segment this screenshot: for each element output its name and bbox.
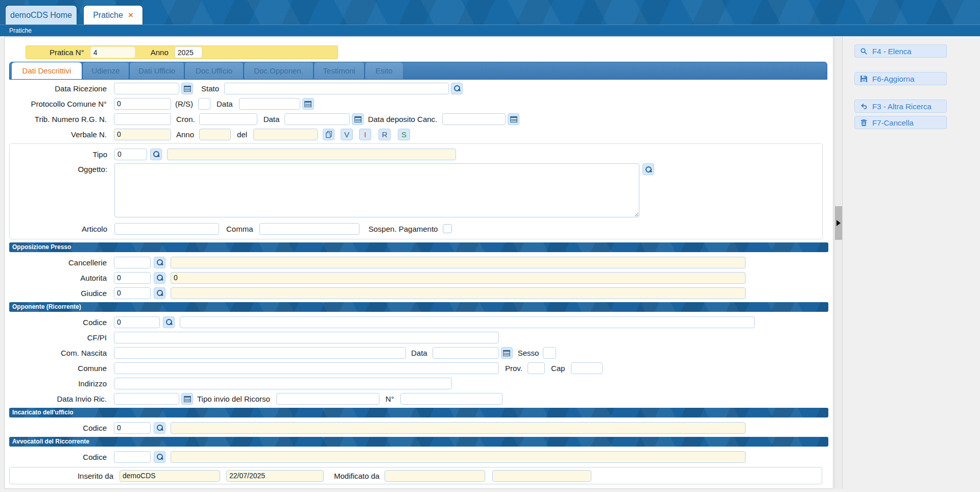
window-tab-home-label: demoCDS Home: [10, 11, 72, 20]
anno-input[interactable]: [175, 46, 202, 58]
tab-dati-descrittivi[interactable]: Dati Descrittivi: [12, 62, 82, 79]
calendar-icon: [184, 85, 191, 92]
cancellerie-search-button[interactable]: [154, 257, 165, 268]
protocollo-data-calendar-button[interactable]: [302, 98, 314, 110]
verbale-s-button[interactable]: S: [398, 129, 410, 140]
trib-data-input[interactable]: [284, 113, 350, 125]
cron-input[interactable]: [199, 113, 257, 125]
tab-udienze[interactable]: Udienze: [82, 62, 129, 79]
oggetto-textarea[interactable]: [114, 163, 639, 217]
comune-input[interactable]: [114, 362, 499, 374]
window-tab-bar: demoCDS Home Pratiche ×: [0, 0, 980, 24]
opponente-search-button[interactable]: [163, 316, 175, 328]
trib-input[interactable]: [114, 113, 171, 125]
stato-input[interactable]: [224, 83, 449, 94]
tab-dati-ufficio[interactable]: Dati Ufficio: [129, 62, 184, 79]
tipo-search-button[interactable]: [150, 149, 162, 160]
f7-cancella-button[interactable]: F7-Cancella: [854, 116, 947, 129]
f3-altra-ricerca-label: F3 - Altra Ricerca: [872, 102, 931, 111]
cfpi-input[interactable]: [114, 332, 499, 343]
incaricato-desc-input[interactable]: [171, 422, 746, 434]
cap-input[interactable]: [571, 362, 603, 374]
panel-splitter[interactable]: [834, 37, 843, 489]
f3-altra-ricerca-button[interactable]: F3 - Altra Ricerca: [854, 100, 947, 113]
verbale-v-button[interactable]: V: [341, 129, 353, 140]
trib-data-calendar-button[interactable]: [352, 113, 364, 125]
cancellerie-label: Cancellerie: [5, 258, 107, 267]
verbale-anno-input[interactable]: [199, 129, 231, 140]
prov-input[interactable]: [528, 362, 545, 374]
search-icon: [156, 259, 163, 266]
nascita-data-input[interactable]: [433, 347, 499, 359]
splitter-toggle-handle[interactable]: [835, 206, 842, 240]
form-area: Data Ricezione Stato Protocollo Comune N…: [5, 82, 833, 484]
nascita-data-calendar-button[interactable]: [501, 347, 513, 359]
autorita-code-input[interactable]: [114, 272, 151, 284]
verbale-input[interactable]: [114, 129, 171, 140]
numero-input[interactable]: [400, 393, 503, 405]
window-tab-pratiche-label: Pratiche: [93, 11, 123, 20]
comma-label: Comma: [226, 225, 253, 233]
giudice-desc-input[interactable]: [171, 287, 746, 299]
incaricato-search-button[interactable]: [154, 422, 165, 434]
inserito-date-input[interactable]: [226, 470, 324, 482]
cancellerie-code-input[interactable]: [114, 257, 151, 268]
incaricato-codice-input[interactable]: [114, 422, 151, 434]
giudice-label: Giudice: [5, 289, 107, 298]
avvocato-desc-input[interactable]: [171, 451, 746, 463]
window-tab-pratiche[interactable]: Pratiche ×: [83, 5, 143, 24]
verbale-copy-button[interactable]: [323, 129, 334, 140]
data-ricezione-input[interactable]: [114, 83, 179, 94]
deposito-calendar-button[interactable]: [508, 113, 519, 125]
com-nascita-label: Com. Nascita: [5, 349, 107, 357]
articolo-input[interactable]: [114, 223, 219, 235]
giudice-code-input[interactable]: [114, 287, 151, 299]
oggetto-search-button[interactable]: [642, 163, 654, 175]
tipo-invio-input[interactable]: [276, 393, 379, 405]
undo-icon: [860, 103, 868, 110]
avvocato-search-button[interactable]: [154, 451, 165, 463]
sospen-pagamento-checkbox[interactable]: [443, 224, 452, 233]
opponente-desc-input[interactable]: [180, 316, 755, 328]
data-ricezione-calendar-button[interactable]: [181, 83, 193, 94]
verbale-i-button[interactable]: I: [359, 129, 371, 140]
nascita-data-label: Data: [411, 349, 427, 357]
com-nascita-input[interactable]: [114, 347, 406, 359]
sesso-input[interactable]: [543, 347, 556, 359]
data-invio-calendar-button[interactable]: [181, 393, 193, 405]
close-icon[interactable]: ×: [128, 11, 133, 19]
tab-doc-ufficio[interactable]: Doc.Ufficio: [184, 62, 243, 79]
indirizzo-input[interactable]: [114, 378, 452, 389]
verbale-del-input[interactable]: [253, 129, 318, 140]
opponente-codice-input[interactable]: [114, 316, 160, 328]
deposito-input[interactable]: [442, 113, 506, 125]
protocollo-input[interactable]: [114, 98, 171, 110]
modificato-date-input[interactable]: [492, 470, 591, 482]
cancellerie-desc-input[interactable]: [171, 257, 746, 268]
form-tab-strip: Dati Descrittivi Udienze Dati Ufficio Do…: [9, 62, 827, 80]
avvocato-codice-input[interactable]: [114, 451, 151, 463]
copy-icon: [325, 131, 332, 138]
data-invio-input[interactable]: [114, 393, 179, 405]
tab-testimoni[interactable]: Testimoni: [313, 62, 364, 79]
tab-doc-opponen[interactable]: Doc.Opponen.: [243, 62, 313, 79]
modificato-user-input[interactable]: [385, 470, 485, 482]
pratica-header-bar: Pratica N° Anno: [26, 45, 338, 59]
f4-elenca-button[interactable]: F4 - Elenca: [854, 44, 947, 58]
window-tab-home[interactable]: demoCDS Home: [5, 5, 77, 24]
autorita-search-button[interactable]: [154, 272, 165, 284]
giudice-search-button[interactable]: [154, 287, 165, 299]
autorita-desc-input[interactable]: [171, 272, 746, 284]
verbale-r-button[interactable]: R: [378, 129, 391, 140]
f4-elenca-label: F4 - Elenca: [872, 47, 912, 56]
tab-esito[interactable]: Esito: [364, 62, 403, 79]
tipo-code-input[interactable]: [114, 149, 147, 160]
rs-input[interactable]: [198, 98, 210, 110]
pratica-n-input[interactable]: [90, 46, 135, 58]
inserito-user-input[interactable]: [119, 470, 220, 482]
comma-input[interactable]: [259, 223, 360, 235]
tipo-desc-input[interactable]: [167, 149, 456, 160]
protocollo-data-input[interactable]: [239, 98, 300, 110]
stato-search-button[interactable]: [451, 83, 463, 94]
f6-aggiorna-button[interactable]: F6-Aggiorna: [854, 72, 947, 85]
